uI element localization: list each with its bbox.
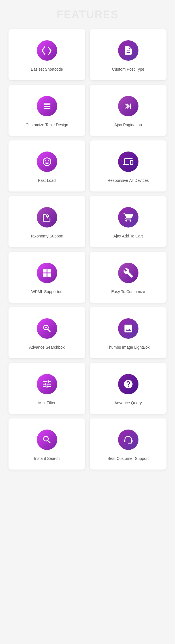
instant-search-label: Instant Search	[34, 456, 59, 461]
thumbs-image-lightbox-label: Thumbs Image LightBox	[107, 345, 150, 350]
feature-card-responsive-all-devices: Responsive All Devices	[90, 140, 167, 191]
advance-searchbox-label: Advance Searchbox	[29, 345, 65, 350]
fast-load-icon	[37, 151, 57, 172]
feature-card-advance-searchbox: Advance Searchbox	[8, 307, 85, 358]
feature-card-easy-to-customize: Easy To Customize	[90, 252, 167, 303]
advance-searchbox-icon	[37, 318, 57, 339]
easiest-shortcode-icon	[37, 40, 57, 61]
mini-filter-icon	[37, 374, 57, 394]
thumbs-image-lightbox-icon	[118, 318, 138, 339]
ajax-add-to-cart-label: Ajax Add To Cart	[113, 234, 143, 238]
wpml-supported-icon	[37, 263, 57, 283]
features-grid: Easiest ShortcodeCustom Post TypeCustomi…	[0, 26, 175, 478]
feature-card-wpml-supported: WPML Supported	[8, 252, 85, 303]
ajax-pagination-icon	[118, 96, 138, 116]
best-customer-support-label: Best Customer Support	[108, 456, 149, 461]
feature-card-best-customer-support: Best Customer Support	[90, 418, 167, 470]
easiest-shortcode-label: Easiest Shortcode	[31, 67, 63, 71]
taxonomy-support-icon	[37, 207, 57, 228]
feature-card-fast-load: Fast Load	[8, 140, 85, 191]
custom-post-type-icon	[118, 40, 138, 61]
feature-card-easiest-shortcode: Easiest Shortcode	[8, 29, 85, 80]
taxonomy-support-label: Taxonomy Support	[30, 234, 63, 238]
advance-query-label: Advance Query	[114, 401, 142, 405]
advance-query-icon	[118, 374, 138, 394]
customize-table-design-label: Customize Table Design	[25, 123, 68, 127]
easy-to-customize-label: Easy To Customize	[111, 289, 145, 294]
easy-to-customize-icon	[118, 263, 138, 283]
instant-search-icon	[37, 430, 57, 450]
feature-card-advance-query: Advance Query	[90, 363, 167, 414]
feature-card-ajax-pagination: Ajax Pagination	[90, 85, 167, 136]
page-title: Features	[0, 0, 175, 26]
ajax-pagination-label: Ajax Pagination	[114, 123, 142, 127]
feature-card-custom-post-type: Custom Post Type	[90, 29, 167, 80]
responsive-all-devices-label: Responsive All Devices	[108, 178, 149, 183]
feature-card-thumbs-image-lightbox: Thumbs Image LightBox	[90, 307, 167, 358]
wpml-supported-label: WPML Supported	[31, 289, 63, 294]
mini-filter-label: Mini Filter	[38, 401, 56, 405]
fast-load-label: Fast Load	[38, 178, 56, 183]
feature-card-ajax-add-to-cart: Ajax Add To Cart	[90, 196, 167, 247]
feature-card-mini-filter: Mini Filter	[8, 363, 85, 414]
best-customer-support-icon	[118, 430, 138, 450]
responsive-all-devices-icon	[118, 151, 138, 172]
ajax-add-to-cart-icon	[118, 207, 138, 228]
customize-table-design-icon	[37, 96, 57, 116]
feature-card-instant-search: Instant Search	[8, 418, 85, 470]
feature-card-customize-table-design: Customize Table Design	[8, 85, 85, 136]
custom-post-type-label: Custom Post Type	[112, 67, 144, 71]
feature-card-taxonomy-support: Taxonomy Support	[8, 196, 85, 247]
